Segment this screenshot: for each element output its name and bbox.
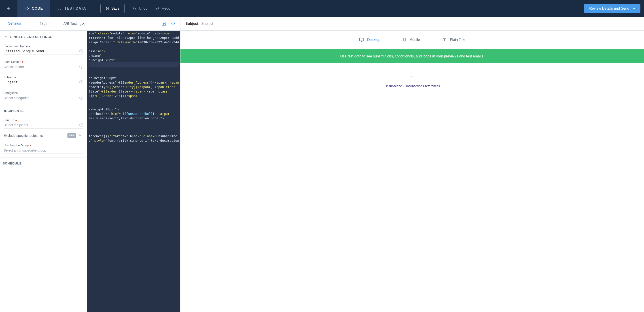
single-send-name-input[interactable] — [4, 48, 77, 54]
device-tab-desktop[interactable]: Desktop — [359, 31, 380, 49]
redo-button[interactable]: Redo — [156, 6, 170, 10]
preview-unsubscribe-line: Unsubscribe - Unsubscribe Preferences — [180, 84, 644, 88]
main-area: Settings Tags A/B Testing SINGLE SEND SE… — [0, 17, 644, 312]
left-tab-settings[interactable]: Settings — [0, 17, 29, 30]
svg-point-2 — [172, 22, 175, 25]
subject-label: Subject: — [185, 22, 200, 26]
save-icon — [106, 7, 109, 10]
section-recipients[interactable]: RECIPIENTS — [0, 105, 87, 117]
redo-icon — [156, 6, 160, 10]
search-icon — [171, 21, 176, 26]
arrow-left-icon — [6, 6, 11, 11]
left-panel: Settings Tags A/B Testing SINGLE SEND SE… — [0, 17, 87, 312]
field-single-send-name: Single Send Name i — [4, 43, 84, 55]
undo-button[interactable]: Undo — [132, 6, 147, 10]
toggle-off[interactable]: OFF — [68, 133, 76, 138]
search-icon-button[interactable] — [171, 21, 176, 26]
subject-value: Subject — [201, 22, 213, 26]
device-tab-mobile[interactable]: Mobile — [403, 31, 420, 49]
preview-body: , , Unsubscribe - Unsubscribe Preference… — [180, 63, 644, 312]
info-icon[interactable]: i — [80, 96, 84, 100]
back-button[interactable] — [0, 0, 18, 17]
settings-body: SINGLE SEND SETTINGS Single Send Name i … — [0, 31, 87, 312]
svg-rect-3 — [360, 38, 364, 41]
required-dot — [14, 77, 16, 78]
device-tabs: Desktop Mobile Plain Text — [180, 31, 644, 49]
send-to-select[interactable]: Select recipients — [4, 122, 77, 128]
preview-panel: Subject: Subject Desktop Mobile Plain Te… — [180, 17, 644, 312]
left-tabs: Settings Tags A/B Testing — [0, 17, 87, 31]
field-subject: Subject i — [4, 74, 84, 86]
save-button[interactable]: Save — [100, 4, 124, 13]
info-icon[interactable]: i — [80, 49, 84, 53]
tab-code-label: CODE — [32, 6, 43, 10]
redo-label: Redo — [162, 6, 170, 10]
code-icon — [24, 6, 29, 11]
unsubscribe-group-select[interactable]: Select an unsubscribe group — [4, 147, 77, 153]
subject-input[interactable] — [4, 79, 77, 85]
svg-rect-0 — [162, 22, 166, 25]
review-send-button[interactable]: Review Details and Send — [584, 4, 640, 13]
exclude-recipients-label: Exclude specific recipients — [4, 134, 43, 137]
code-panel: ibe" class="module" role="module" data-t… — [87, 17, 180, 312]
close-panel-button[interactable] — [82, 22, 85, 25]
info-icon[interactable]: i — [80, 65, 84, 69]
code-toolbar — [87, 17, 180, 31]
toggle-on[interactable]: ON — [76, 133, 84, 138]
subject-bar: Subject: Subject — [180, 17, 644, 31]
required-dot — [29, 46, 30, 47]
unsubscribe-link[interactable]: Unsubscribe — [384, 84, 402, 88]
required-dot — [30, 145, 31, 146]
categories-select[interactable]: Select categories — [4, 94, 77, 101]
required-dot — [16, 120, 17, 121]
exclude-recipients-toggle[interactable]: OFF ON — [67, 133, 84, 138]
save-label: Save — [111, 6, 120, 10]
text-icon — [442, 37, 447, 42]
required-dot — [22, 61, 23, 63]
section-single-send-settings[interactable]: SINGLE SEND SETTINGS — [0, 31, 87, 43]
section-schedule[interactable]: SCHEDULE — [0, 157, 87, 169]
undo-label: Undo — [139, 6, 147, 10]
chevron-down-icon: ⌄ — [75, 148, 77, 151]
test-data-link[interactable]: test data — [348, 54, 361, 58]
tab-test-data-label: TEST DATA — [64, 6, 86, 10]
test-data-notice: Use test data to see substitutions, cond… — [180, 49, 644, 63]
exclude-recipients-row: Exclude specific recipients OFF ON — [0, 132, 87, 142]
info-icon[interactable]: i — [80, 123, 84, 127]
braces-icon — [57, 6, 62, 11]
image-icon-button[interactable] — [162, 21, 166, 26]
field-unsubscribe-group: Unsubscribe Group Select an unsubscribe … — [4, 142, 84, 154]
preview-address-line: , , — [180, 74, 644, 77]
from-sender-select[interactable]: Select sender — [4, 63, 77, 69]
close-icon — [82, 22, 85, 25]
desktop-icon — [359, 37, 364, 42]
svg-point-1 — [163, 23, 164, 24]
field-from-sender: From Sender Select sender i — [4, 58, 84, 70]
tab-code[interactable]: CODE — [18, 0, 50, 17]
code-editor[interactable]: ibe" class="module" role="module" data-t… — [87, 31, 180, 312]
unsubscribe-preferences-link[interactable]: Unsubscribe Preferences — [405, 84, 440, 88]
tab-test-data[interactable]: TEST DATA — [50, 0, 93, 17]
field-categories: Categories Select categories i — [4, 89, 84, 101]
mobile-icon — [403, 37, 406, 42]
review-send-label: Review Details and Send — [589, 6, 629, 10]
undo-icon — [132, 6, 137, 10]
left-tab-tags[interactable]: Tags — [29, 17, 58, 30]
image-icon — [162, 21, 166, 26]
info-icon[interactable]: i — [80, 80, 84, 84]
field-send-to: Send To Select recipients i — [4, 117, 84, 128]
arrow-right-icon — [632, 7, 636, 10]
topbar-actions: Save Undo Redo — [93, 0, 170, 17]
top-bar: CODE TEST DATA Save Undo Redo Review Det… — [0, 0, 644, 17]
device-tab-plain-text[interactable]: Plain Text — [442, 31, 465, 49]
chevron-down-icon — [4, 35, 8, 38]
